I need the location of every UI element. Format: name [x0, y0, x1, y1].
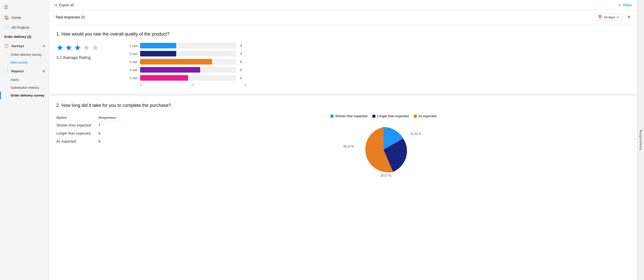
all-days-filter[interactable]: 📅 All days ∨ [595, 14, 622, 21]
surveys-chevron-icon: ∧ [43, 44, 45, 48]
pie-label-as-expected: 38.10 % [343, 145, 354, 148]
sidebar-satisfaction-metrics[interactable]: Satisfaction metrics [0, 84, 49, 91]
legend-longer: Longer than expected [372, 114, 409, 118]
bar-track-1 [140, 51, 236, 56]
surveys-label: Surveys [11, 44, 24, 48]
total-responses: Total responses 21 [55, 15, 85, 19]
sidebar-item-all-projects[interactable]: 📄 All Projects [0, 22, 49, 32]
sidebar-order-delivery-survey-report[interactable]: Order delivery survey [0, 91, 49, 99]
sidebar-new-survey[interactable]: New survey [0, 58, 49, 66]
surveys-section-header[interactable]: 📋 Surveys ∧ [0, 41, 49, 51]
col-responses: Responses [98, 114, 122, 121]
cell-responses-2: 8 [98, 137, 122, 145]
bar-value-2: 6 [240, 60, 242, 64]
star-5: ★ [92, 43, 99, 52]
share-label: Share [623, 3, 632, 7]
q2-content: Option Responses Shorter than expected 7… [56, 114, 630, 177]
star-1: ★ [56, 43, 64, 52]
question-2-section: 2. How long did it take for you to compl… [49, 96, 637, 184]
bar-value-3: 5 [240, 68, 242, 72]
bar-label-1: 2 star [127, 52, 138, 56]
export-icon: ↦ [54, 3, 58, 7]
share-button[interactable]: ⎋ Share [619, 3, 632, 7]
bar-label-3: 4 star [127, 68, 138, 72]
legend-as-expected: As expected [414, 114, 436, 118]
hamburger-menu-icon[interactable]: ☰ [0, 2, 49, 13]
legend-dot-as-expected [414, 115, 417, 118]
pie-chart-area: Shorter than expected Longer than expect… [137, 114, 630, 177]
q1-content: ★ ★ ★ ★ ★ 3.2 Average Rating 1 star 3 [56, 43, 630, 87]
cell-responses-0: 7 [98, 121, 122, 130]
cell-responses-1: 6 [98, 129, 122, 137]
legend-label-as-expected: As expected [418, 114, 436, 118]
surveys-icon: 📋 [4, 44, 9, 48]
bar-row-2: 3 star 6 [127, 59, 268, 65]
sidebar-group-title: Order delivery (2) [0, 32, 49, 41]
axis-8: 8 [244, 83, 246, 87]
stars-display: ★ ★ ★ ★ ★ [56, 43, 99, 52]
legend-label-longer: Longer than expected [377, 114, 409, 118]
table-body: Shorter than expected 7 Longer than expe… [56, 121, 122, 146]
sidebar-item-home[interactable]: 🏠 Home [0, 13, 49, 22]
pie-label-longer: 28.57 % [380, 174, 391, 177]
reports-label: Reports [11, 69, 24, 73]
legend-label-shorter: Shorter than expected [335, 114, 367, 118]
table-row-2: As expected 8 [56, 137, 122, 145]
axis-4: 4 [192, 83, 194, 87]
col-option: Option [56, 114, 98, 121]
legend-shorter: Shorter than expected [330, 114, 367, 118]
responses-table: Option Responses Shorter than expected 7… [56, 114, 122, 145]
bar-fill-2 [140, 59, 212, 65]
scrollable-content: Total responses 21 📅 All days ∨ ✕ 1. How… [49, 10, 637, 280]
bar-track-3 [140, 67, 236, 73]
sidebar: ☰ 🏠 Home 📄 All Projects Order delivery (… [0, 0, 49, 280]
sidebar-projects-label: All Projects [12, 25, 29, 29]
table-row-1: Longer than expected 6 [56, 129, 122, 137]
bar-row-0: 1 star 3 [127, 43, 268, 48]
bar-value-0: 3 [240, 44, 242, 48]
bar-fill-3 [140, 67, 200, 73]
cell-option-0: Shorter than expected [56, 121, 98, 130]
axis-0: 0 [140, 83, 142, 87]
bar-label-0: 1 star [127, 44, 138, 48]
export-all-button[interactable]: ↦ Export all [54, 3, 74, 7]
projects-icon: 📄 [4, 25, 9, 30]
calendar-icon: 📅 [598, 15, 602, 19]
table-row-0: Shorter than expected 7 [56, 121, 122, 130]
home-icon: 🏠 [4, 15, 9, 20]
bar-chart-rows: 1 star 3 2 star 3 3 star 6 4 star 5 5 st [127, 43, 268, 81]
close-button[interactable]: ✕ [627, 14, 631, 20]
bar-chart-area: 1 star 3 2 star 3 3 star 6 4 star 5 5 st [127, 43, 268, 87]
main-content-area: ↦ Export all ⎋ Share Total responses 21 … [49, 0, 637, 280]
cell-option-2: As expected [56, 137, 98, 145]
sidebar-home-label: Home [12, 16, 21, 20]
bar-row-3: 4 star 5 [127, 67, 268, 73]
content-header: Total responses 21 📅 All days ∨ ✕ [49, 10, 637, 24]
pie-legend: Shorter than expected Longer than expect… [330, 114, 436, 118]
reports-section-header[interactable]: 📄 Reports ∧ [0, 66, 49, 76]
question-1-section: 1. How would you rate the overall qualit… [49, 24, 637, 96]
star-4: ★ [83, 43, 90, 52]
sidebar-order-delivery-survey[interactable]: Order delivery survey [0, 51, 49, 58]
sidebar-alerts[interactable]: Alerts [0, 76, 49, 84]
bar-label-4: 5 star [127, 76, 138, 80]
main-toolbar: ↦ Export all ⎋ Share [49, 0, 637, 10]
pie-chart-container: 33.33 % 28.57 % 38.10 % [351, 122, 416, 177]
star-2: ★ [65, 43, 72, 52]
average-rating-label: 3.2 Average Rating [56, 55, 91, 60]
bar-track-4 [140, 75, 236, 81]
question-2-title: 2. How long did it take for you to compl… [56, 103, 630, 108]
table-area: Option Responses Shorter than expected 7… [56, 114, 122, 145]
dropdown-chevron-icon: ∨ [617, 16, 619, 19]
bar-value-4: 4 [240, 76, 242, 80]
respondents-label: Respondents [639, 130, 642, 150]
bar-row-1: 2 star 3 [127, 51, 268, 56]
question-1-title: 1. How would you rate the overall qualit… [56, 32, 630, 37]
respondents-tab[interactable]: Respondents [637, 0, 644, 280]
bar-axis: 0 4 8 [140, 83, 246, 87]
star-3: ★ [74, 43, 81, 52]
reports-icon: 📄 [4, 69, 9, 73]
bar-row-4: 5 star 4 [127, 75, 268, 81]
star-rating-area: ★ ★ ★ ★ ★ 3.2 Average Rating [56, 43, 112, 60]
pie-label-shorter: 33.33 % [410, 132, 421, 136]
